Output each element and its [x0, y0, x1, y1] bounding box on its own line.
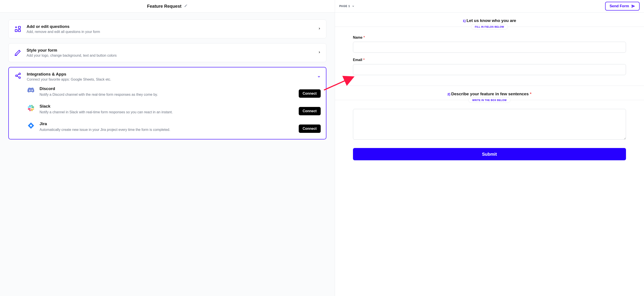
grid-add-icon — [14, 25, 22, 33]
svg-point-7 — [16, 75, 17, 77]
connect-discord-button[interactable]: Connect — [299, 89, 321, 98]
integration-name: Jira — [40, 122, 294, 126]
page-selector[interactable]: PAGE 1 — [339, 4, 354, 8]
svg-point-8 — [19, 77, 21, 78]
integration-slack: Slack Notify a channel in Slack with rea… — [27, 104, 321, 115]
send-form-label: Send Form — [610, 4, 629, 8]
section-number: 1) — [463, 19, 466, 22]
svg-point-13 — [33, 108, 34, 110]
pencil-icon — [14, 49, 22, 57]
email-label: Email * — [353, 58, 626, 62]
section1-pill: FILL IN FIELDS BELOW — [471, 24, 508, 30]
send-form-button[interactable]: Send Form — [605, 2, 640, 10]
integration-discord: Discord Notify a Discord channel with th… — [27, 86, 321, 98]
svg-point-6 — [19, 73, 21, 75]
svg-point-11 — [28, 106, 29, 108]
form-title: Feature Request — [147, 4, 182, 9]
edit-title-icon[interactable] — [184, 4, 188, 8]
integrations-header[interactable]: Integrations & Apps Connect your favorit… — [14, 72, 321, 82]
jira-icon — [27, 122, 35, 130]
section2-pill: WRITE IN THE BOX BELOW — [468, 98, 510, 103]
submit-button[interactable]: Submit — [353, 148, 626, 160]
chevron-right-icon — [318, 27, 321, 31]
chevron-down-icon — [317, 75, 321, 79]
discord-icon — [27, 86, 35, 95]
questions-card[interactable]: Add or edit questions Add, remove and ed… — [8, 20, 326, 38]
integration-desc: Notify a Discord channel with the real-t… — [40, 92, 294, 97]
svg-rect-3 — [15, 30, 17, 32]
share-icon — [14, 72, 22, 80]
connect-slack-button[interactable]: Connect — [299, 107, 321, 115]
chevron-down-icon — [352, 5, 354, 8]
connect-jira-button[interactable]: Connect — [299, 124, 321, 133]
questions-card-subtitle: Add, remove and edit all questions in yo… — [26, 30, 313, 34]
email-input[interactable] — [353, 64, 626, 75]
name-input[interactable] — [353, 42, 626, 53]
integration-desc: Notify a channel in Slack with real-time… — [40, 110, 294, 115]
slack-icon — [27, 104, 35, 112]
svg-line-10 — [17, 74, 19, 75]
svg-point-12 — [31, 105, 32, 106]
style-card[interactable]: Style your form Add your logo, change ba… — [8, 43, 326, 62]
chevron-right-icon — [318, 51, 321, 55]
style-card-title: Style your form — [26, 48, 313, 53]
feature-description-textarea[interactable] — [353, 109, 626, 140]
section-number: 2) — [448, 92, 450, 96]
svg-point-14 — [30, 110, 31, 111]
svg-rect-2 — [18, 26, 20, 28]
integrations-card-title: Integrations & Apps — [27, 72, 312, 77]
integration-desc: Automatically create new issue in your J… — [40, 127, 294, 132]
style-card-subtitle: Add your logo, change background, text a… — [26, 54, 313, 58]
section1-title: 1)Let us know who you are — [463, 18, 516, 23]
svg-rect-4 — [18, 30, 20, 32]
name-label: Name * — [353, 36, 626, 40]
section2-title: 2)Describe your feature in few sentences… — [448, 92, 532, 96]
send-icon — [631, 4, 635, 8]
integrations-card-subtitle: Connect your favorite apps: Google Sheet… — [27, 78, 312, 82]
svg-line-9 — [17, 76, 19, 77]
integration-name: Discord — [40, 86, 294, 91]
integration-jira: Jira Automatically create new issue in y… — [27, 122, 321, 133]
integration-name: Slack — [40, 104, 294, 109]
page-label: PAGE 1 — [339, 4, 350, 8]
integrations-card: Integrations & Apps Connect your favorit… — [8, 67, 326, 140]
questions-card-title: Add or edit questions — [26, 24, 313, 29]
